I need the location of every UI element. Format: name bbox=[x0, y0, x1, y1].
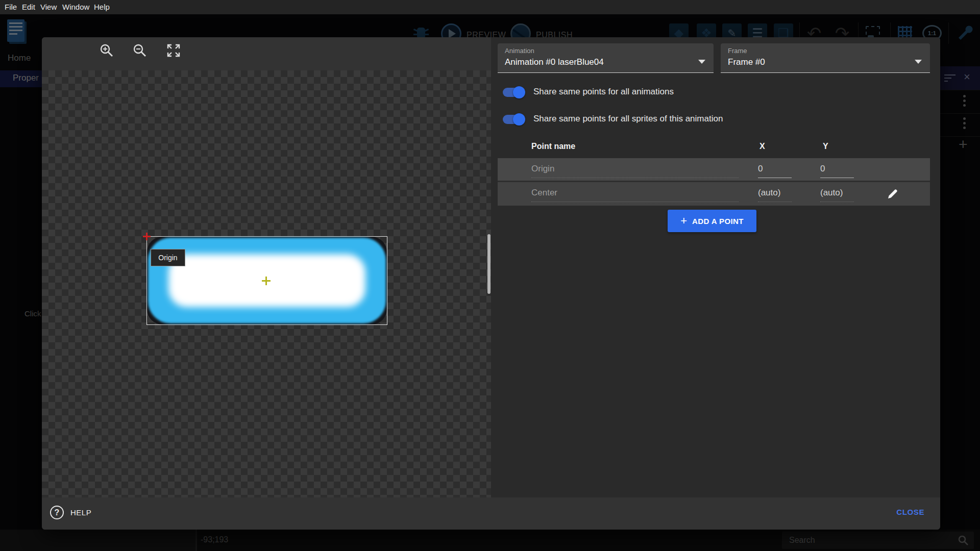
help-button[interactable]: ? HELP bbox=[50, 506, 91, 519]
pencil-icon bbox=[887, 188, 898, 199]
plus-icon: + bbox=[680, 215, 687, 227]
zoom-out-icon bbox=[133, 43, 147, 58]
center-point-marker[interactable] bbox=[262, 277, 271, 285]
divider bbox=[940, 113, 980, 114]
point-y-field[interactable]: 0 bbox=[820, 164, 825, 174]
sprite-canvas[interactable]: Origin bbox=[42, 70, 491, 497]
animation-select-label: Animation bbox=[505, 47, 534, 55]
point-name-field: Origin bbox=[531, 164, 554, 174]
close-button[interactable]: CLOSE bbox=[896, 508, 924, 516]
chevron-down-icon bbox=[698, 60, 705, 64]
toolbar-separator bbox=[948, 22, 949, 44]
add-row-icon[interactable]: + bbox=[959, 136, 968, 153]
menu-view[interactable]: View bbox=[40, 3, 57, 11]
toggle-share-all-animations[interactable] bbox=[503, 88, 523, 97]
help-icon: ? bbox=[50, 506, 64, 519]
divider bbox=[940, 90, 980, 90]
canvas-zoom-toolbar bbox=[42, 37, 491, 70]
column-header-x: X bbox=[760, 142, 765, 151]
point-name-field: Center bbox=[531, 188, 557, 198]
zoom-out-button[interactable] bbox=[130, 40, 150, 61]
menu-window[interactable]: Window bbox=[62, 3, 89, 11]
wrench-icon[interactable] bbox=[953, 23, 973, 43]
point-x-field: (auto) bbox=[758, 188, 780, 198]
search-icon[interactable] bbox=[958, 535, 969, 546]
tab-properties[interactable]: Proper bbox=[0, 70, 42, 87]
expand-icon bbox=[166, 43, 181, 58]
zoom-in-button[interactable] bbox=[96, 40, 117, 61]
points-panel: Animation Animation #0 laserBlue04 Frame… bbox=[491, 37, 940, 497]
properties-hint-text: Click bbox=[24, 309, 41, 318]
frame-select-value: Frame #0 bbox=[728, 57, 765, 67]
search-input[interactable] bbox=[789, 532, 942, 549]
kebab-menu-icon[interactable] bbox=[963, 95, 966, 97]
frame-select-label: Frame bbox=[728, 47, 747, 55]
edit-center-point-button[interactable] bbox=[886, 187, 900, 201]
tab-home[interactable]: Home bbox=[8, 53, 31, 63]
cursor-coordinates: -93;193 bbox=[201, 535, 228, 544]
project-manager-icon[interactable] bbox=[7, 19, 24, 42]
edit-points-dialog: Origin Animation Animation #0 laserBlue0… bbox=[42, 37, 940, 530]
add-point-button[interactable]: + ADD A POINT bbox=[668, 210, 756, 232]
point-x-field[interactable]: 0 bbox=[758, 164, 763, 174]
fit-to-screen-button[interactable] bbox=[163, 40, 184, 61]
kebab-menu-icon[interactable] bbox=[963, 117, 966, 120]
chevron-down-icon bbox=[915, 60, 922, 64]
table-row-center[interactable]: Center (auto) (auto) bbox=[498, 182, 930, 206]
right-panel-header: × bbox=[940, 66, 980, 90]
column-header-point-name: Point name bbox=[531, 142, 575, 151]
status-left-segment bbox=[0, 530, 195, 551]
frame-select[interactable]: Frame Frame #0 bbox=[721, 43, 930, 73]
divider bbox=[195, 530, 197, 551]
table-row-origin[interactable]: Origin 0 0 bbox=[498, 158, 930, 182]
column-header-y: Y bbox=[823, 142, 828, 151]
menu-edit[interactable]: Edit bbox=[22, 3, 35, 11]
canvas-scrollbar[interactable] bbox=[487, 234, 491, 294]
zoom-in-icon bbox=[100, 43, 114, 58]
animation-select-value: Animation #0 laserBlue04 bbox=[505, 57, 604, 67]
origin-point-marker[interactable] bbox=[143, 233, 151, 240]
close-panel-icon[interactable]: × bbox=[964, 70, 970, 84]
filter-icon[interactable] bbox=[944, 74, 955, 83]
origin-point-tooltip: Origin bbox=[151, 249, 185, 266]
toggle-share-all-animations-label: Share same points for all animations bbox=[533, 87, 674, 97]
animation-select[interactable]: Animation Animation #0 laserBlue04 bbox=[498, 43, 714, 73]
dialog-footer: ? HELP CLOSE bbox=[42, 497, 940, 530]
status-bar: -93;193 bbox=[0, 530, 980, 551]
menu-help[interactable]: Help bbox=[94, 3, 110, 11]
menu-bar: File Edit View Window Help bbox=[0, 0, 980, 14]
menu-file[interactable]: File bbox=[5, 3, 17, 11]
point-y-field: (auto) bbox=[820, 188, 843, 198]
search-box bbox=[782, 532, 974, 549]
toggle-share-all-sprites[interactable] bbox=[503, 115, 523, 124]
toggle-share-all-sprites-label: Share same points for all sprites of thi… bbox=[533, 114, 723, 124]
